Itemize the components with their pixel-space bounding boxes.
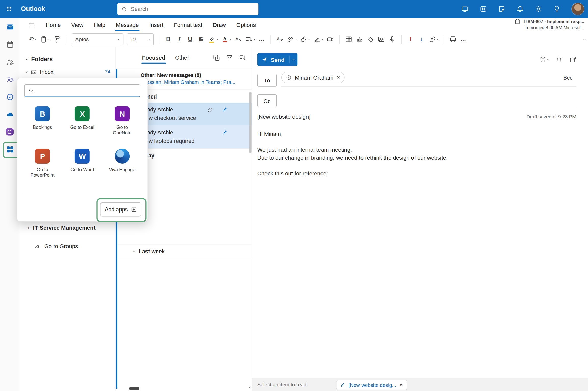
calendar-reminder[interactable]: ITSM-807 - Implement resp... Tomorrow 8:… (514, 19, 584, 31)
clear-formatting-button[interactable]: A (235, 36, 242, 43)
undo-button[interactable]: ↶› (29, 36, 37, 43)
message-body-editor[interactable]: Hi Miriam, We just had an internal team … (257, 130, 577, 287)
app-go-to-onenote[interactable]: N Go to OneNote (102, 106, 142, 136)
loop-rail-icon[interactable] (6, 128, 14, 136)
insert-chart-button[interactable] (356, 36, 363, 43)
collapse-ribbon-icon[interactable]: › (582, 39, 586, 40)
app-go-to-excel[interactable]: X Go to Excel (62, 106, 102, 136)
open-in-new-window-icon[interactable] (569, 56, 577, 63)
message-protection-button[interactable]: ? › (539, 56, 549, 63)
tab-insert[interactable]: Insert (144, 18, 168, 32)
tab-message[interactable]: Message (111, 18, 144, 32)
pin-icon[interactable] (222, 106, 228, 113)
app-bookings[interactable]: B Bookings (22, 106, 62, 136)
font-color-button[interactable]: A› (221, 36, 231, 43)
highlight-color-button[interactable]: › (208, 36, 218, 43)
list-options-button[interactable]: › (245, 36, 255, 43)
strikethrough-button[interactable]: S (197, 36, 205, 43)
settings-gear-icon[interactable] (535, 5, 542, 13)
insert-link-button[interactable]: › (300, 36, 310, 43)
send-split-button[interactable]: Send › (257, 53, 298, 66)
bold-button[interactable]: B (165, 36, 172, 43)
folder-inbox[interactable]: › Inbox 74 (20, 63, 116, 75)
font-size-select[interactable]: 12› (127, 33, 154, 45)
hamburger-menu-icon[interactable] (28, 21, 35, 29)
teams-rail-icon[interactable] (6, 76, 14, 84)
toolbar-overflow-button[interactable]: … (460, 36, 466, 43)
cc-button[interactable]: Cc (257, 94, 277, 107)
todo-rail-icon[interactable] (6, 93, 14, 101)
app-go-to-powerpoint[interactable]: P Go to PowerPoint (22, 149, 62, 178)
insert-table-button[interactable] (345, 36, 352, 43)
tab-other[interactable]: Other (175, 54, 189, 61)
go-to-groups-item[interactable]: Go to Groups (34, 243, 78, 249)
global-search-box[interactable] (117, 3, 258, 15)
app-viva-engage[interactable]: Viva Engage (102, 149, 142, 178)
cc-input-line[interactable] (281, 91, 576, 107)
tab-view[interactable]: View (66, 18, 89, 32)
bcc-button[interactable]: Bcc (563, 74, 574, 81)
pin-icon[interactable] (222, 129, 228, 135)
styles-button[interactable]: A (276, 36, 283, 43)
tab-format-text[interactable]: Format text (169, 18, 208, 32)
to-button[interactable]: To (257, 74, 277, 87)
people-rail-icon[interactable] (6, 58, 14, 66)
more-formatting-button[interactable]: … (259, 36, 265, 43)
add-apps-button[interactable]: Add apps (100, 202, 141, 217)
body-reference-link[interactable]: Check this out for reference: (257, 169, 577, 177)
fill-down-button[interactable]: ↓ (418, 36, 425, 43)
more-apps-rail-icon[interactable] (6, 145, 14, 153)
recipient-pill[interactable]: Miriam Graham ✕ (281, 72, 345, 83)
profile-avatar[interactable] (571, 3, 584, 15)
apps-search-box[interactable] (24, 84, 140, 97)
tab-options[interactable]: Options (231, 18, 261, 32)
tab-draw[interactable]: Draw (208, 18, 231, 32)
folders-header[interactable]: › Folders (20, 47, 116, 63)
notes-icon[interactable] (498, 5, 505, 13)
to-input-line[interactable]: Miriam Graham ✕ Bcc (281, 71, 576, 87)
onenote-feed-icon[interactable] (480, 5, 487, 13)
tab-help[interactable]: Help (89, 18, 111, 32)
tips-lightbulb-icon[interactable] (553, 5, 560, 13)
apps-search-input[interactable] (37, 87, 137, 94)
italic-button[interactable]: I (176, 36, 183, 43)
loop-link-button[interactable]: › (429, 36, 438, 43)
folder-it-service-management[interactable]: › IT Service Management (28, 224, 96, 231)
subject-input[interactable]: [New website design] (257, 114, 311, 120)
send-options-chevron[interactable]: › (289, 53, 297, 66)
contact-card-button[interactable] (378, 36, 385, 43)
filter-icon[interactable] (226, 54, 233, 61)
remove-recipient-x[interactable]: ✕ (337, 75, 340, 80)
close-draft-tab-icon[interactable]: ✕ (399, 382, 403, 388)
list-scrollbar-thumb[interactable] (249, 92, 252, 153)
sort-icon[interactable] (239, 54, 246, 61)
font-family-select[interactable]: Aptos› (72, 33, 123, 45)
video-clip-button[interactable] (327, 36, 334, 43)
format-painter-button[interactable] (53, 36, 61, 43)
scroll-down-arrow-icon[interactable]: › (248, 386, 252, 388)
draft-tab[interactable]: [New website desig... ✕ (336, 380, 407, 390)
discard-trash-icon[interactable] (555, 56, 563, 63)
attach-file-button[interactable]: › (287, 36, 297, 43)
chevron-down-icon: › (117, 39, 121, 40)
sensitivity-label-button[interactable] (367, 36, 374, 43)
mail-rail-icon[interactable] (6, 23, 14, 31)
tab-home[interactable]: Home (41, 18, 66, 32)
select-messages-icon[interactable] (213, 54, 220, 61)
print-button[interactable] (449, 36, 457, 43)
section-last-week[interactable]: › Last week (116, 245, 252, 258)
calendar-rail-icon[interactable] (6, 40, 14, 49)
underline-button[interactable]: U (186, 36, 194, 43)
banner-senders-link[interactable]: Atlassian; Miriam Graham in Teams; Pra..… (141, 79, 248, 85)
search-input[interactable] (130, 6, 255, 12)
app-go-to-word[interactable]: W Go to Word (62, 149, 102, 178)
tab-focused[interactable]: Focused (142, 54, 165, 61)
high-importance-button[interactable]: ! (407, 36, 414, 43)
onedrive-rail-icon[interactable] (6, 110, 14, 119)
app-launcher-waffle-icon[interactable] (0, 0, 18, 18)
signature-button[interactable]: › (313, 36, 323, 43)
meet-now-icon[interactable] (461, 5, 469, 13)
paste-button[interactable]: › (40, 36, 50, 43)
dictate-mic-button[interactable] (389, 36, 396, 43)
notifications-bell-icon[interactable] (516, 5, 524, 13)
